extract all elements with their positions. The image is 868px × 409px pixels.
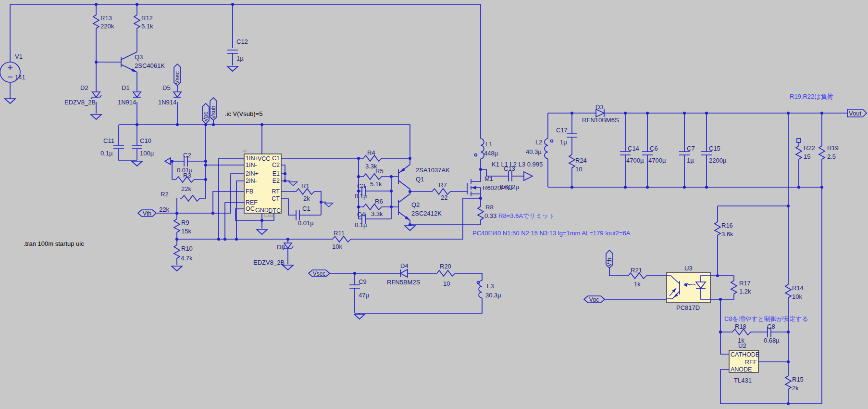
label-R5-value[interactable]: 5.1k: [370, 180, 382, 188]
label-D1-ref[interactable]: D1: [122, 84, 130, 91]
annotations[interactable]: .ic V(Vsub)=5 .tran 100m startup uic R19…: [24, 93, 833, 322]
label-Q3-ref[interactable]: Q3: [135, 53, 143, 61]
label-R15-ref[interactable]: R15: [792, 376, 804, 383]
label-R17-ref[interactable]: R17: [739, 280, 751, 287]
component-R12[interactable]: [134, 13, 140, 30]
label-Q2-ref[interactable]: Q2: [411, 201, 420, 208]
label-R19-value[interactable]: 2.5: [827, 153, 836, 160]
label-R14-value[interactable]: 10k: [792, 293, 802, 300]
label-R10-value[interactable]: 4.7k: [181, 255, 193, 262]
label-Q1-ref[interactable]: Q1: [416, 176, 424, 183]
ic-u2-tl431[interactable]: CATHODE REF ANODE: [729, 350, 759, 373]
ground-icon[interactable]: [405, 226, 415, 230]
label-L3-ref[interactable]: L3: [487, 282, 494, 290]
label-R21-ref[interactable]: R21: [631, 267, 642, 274]
label-C7-value[interactable]: 1µ: [687, 157, 694, 164]
label-R3-ref[interactable]: R3: [183, 172, 191, 179]
label-R13-value[interactable]: 220k: [100, 23, 114, 30]
label-C9-value[interactable]: 47µ: [359, 292, 369, 299]
ground-icon[interactable]: [5, 99, 15, 103]
label-C14-value[interactable]: 4700µ: [626, 157, 644, 164]
label-L1-value[interactable]: 448µ: [484, 150, 498, 157]
label-R17-value[interactable]: 1.2k: [739, 288, 751, 295]
comment-c8[interactable]: C8を増やすと制御が安定する: [724, 315, 808, 322]
component-labels[interactable]: V1 141 R13 220k R12 5.1k Q3 2SC4061K D2 …: [15, 14, 839, 392]
component-R15[interactable]: [785, 374, 791, 391]
label-R24-ref[interactable]: R24: [575, 157, 587, 164]
label-R11-value[interactable]: 10k: [332, 243, 342, 250]
component-C1[interactable]: [296, 210, 299, 220]
label-R7-value[interactable]: 22: [441, 194, 447, 201]
label-L1-ref[interactable]: L1: [485, 141, 492, 148]
component-R24[interactable]: [569, 153, 575, 169]
ground-icon[interactable]: [354, 314, 365, 319]
label-C15-ref[interactable]: C15: [709, 145, 720, 152]
component-C10[interactable]: [132, 145, 142, 149]
net-flag-vth-right[interactable]: Vth: [606, 250, 613, 268]
label-R11-ref[interactable]: R11: [334, 230, 345, 237]
wire-comp-ic-left[interactable]: [157, 125, 481, 265]
label-D2-ref[interactable]: D2: [80, 84, 88, 91]
label-k1-coupling[interactable]: K1 L1 L2 L3 0.995: [492, 161, 543, 168]
label-R16-ref[interactable]: R16: [721, 222, 733, 229]
label-R24-value[interactable]: 10: [575, 166, 582, 173]
component-L2[interactable]: [545, 139, 553, 159]
label-C10-value[interactable]: 100µ: [140, 150, 154, 157]
label-C1-ref[interactable]: C1: [302, 205, 310, 212]
label-U3-part[interactable]: PC817D: [676, 304, 700, 311]
comment-load[interactable]: R19,R22は負荷: [790, 93, 833, 100]
ic-u1-tl494[interactable]: U1 TL494 1IN+ 1IN- 2IN+ 2IN- FB REF OC C…: [243, 149, 281, 217]
component-R10[interactable]: [174, 243, 180, 260]
label-V1-value[interactable]: 141: [15, 74, 25, 81]
ground-icon[interactable]: [172, 266, 182, 271]
component-R8[interactable]: [478, 205, 484, 221]
ground-icon[interactable]: [324, 203, 333, 207]
port-arrow-left-icon[interactable]: [165, 158, 171, 165]
label-R19-ref[interactable]: R19: [827, 144, 839, 152]
label-C11-value[interactable]: 0.1µ: [100, 150, 113, 157]
label-D5-value[interactable]: 1N914: [158, 99, 176, 106]
label-C10-ref[interactable]: C10: [140, 137, 151, 144]
label-D4-ref[interactable]: D4: [400, 262, 409, 269]
label-L3-value[interactable]: 30.3µ: [485, 292, 501, 299]
component-Q1[interactable]: [398, 165, 410, 192]
label-C6-value[interactable]: 4700µ: [648, 157, 666, 164]
label-R10-ref[interactable]: R10: [181, 245, 193, 252]
label-L2-ref[interactable]: L2: [535, 139, 542, 146]
label-R18-ref[interactable]: R18: [735, 323, 746, 330]
wire-secondary[interactable]: [548, 113, 847, 404]
label-R12-value[interactable]: 5.1k: [141, 23, 153, 30]
ground-icon[interactable]: [91, 115, 101, 119]
component-D5[interactable]: [174, 92, 181, 97]
label-D4-value[interactable]: RFN5BM2S: [387, 279, 421, 286]
ground-icon[interactable]: [289, 182, 297, 186]
component-L1[interactable]: [475, 139, 484, 159]
r22-open-terminal[interactable]: [797, 139, 801, 142]
component-C13[interactable]: [508, 171, 512, 181]
label-U2-part[interactable]: TL431: [734, 377, 752, 384]
directive-tran[interactable]: .tran 100m startup uic: [24, 240, 84, 247]
ground-icon[interactable]: [227, 66, 238, 71]
label-C12-ref[interactable]: C12: [236, 38, 248, 45]
component-R9[interactable]: [174, 217, 180, 234]
component-R20[interactable]: [435, 270, 457, 276]
label-R8-ref[interactable]: R8: [485, 204, 494, 211]
component-C14[interactable]: [620, 152, 631, 155]
net-flag-vsec-bottom[interactable]: Vsec: [309, 270, 330, 277]
label-R6-value[interactable]: 3.3k: [371, 210, 383, 217]
label-R2-ref[interactable]: R2: [161, 191, 169, 198]
label-R20-value[interactable]: 10: [443, 280, 450, 287]
label-R14-ref[interactable]: R14: [792, 284, 804, 292]
component-D1[interactable]: [133, 92, 141, 97]
component-R16[interactable]: [715, 220, 720, 237]
component-C7[interactable]: [679, 152, 690, 155]
label-C1-value[interactable]: 0.01µ: [298, 219, 314, 227]
label-C13-value[interactable]: 0.002µ: [500, 183, 520, 191]
label-R4-ref[interactable]: R4: [367, 149, 375, 156]
component-R14[interactable]: [785, 283, 791, 299]
label-R16-value[interactable]: 3.6k: [721, 230, 733, 238]
label-C4-value[interactable]: 0.1µ: [355, 221, 367, 229]
net-flag-vout[interactable]: Vout: [847, 109, 867, 117]
label-C17-ref[interactable]: C17: [556, 127, 568, 134]
label-U3-ref[interactable]: U3: [684, 265, 693, 272]
